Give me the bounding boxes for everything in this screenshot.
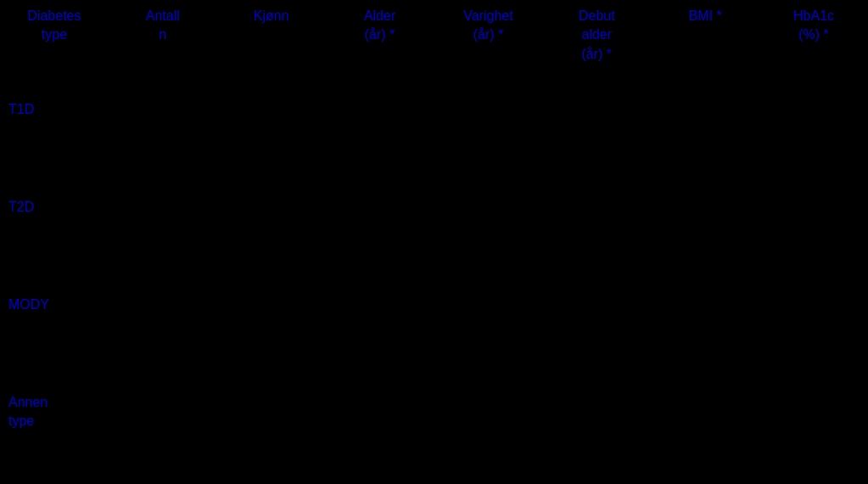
table-row: T2D	[0, 191, 868, 289]
col-header-varighet: Varighet (år) *	[434, 0, 543, 93]
cell-t1d-antall	[109, 93, 217, 191]
cell-annen-hba1c	[759, 386, 868, 484]
col-header-diabetes-type: Diabetes type	[0, 0, 109, 93]
cell-t1d-bmi	[651, 93, 759, 191]
cell-t2d-varighet	[434, 191, 543, 289]
header-row: Diabetes type Antall n Kjønn Alder (år) …	[0, 0, 868, 93]
col-header-antall-n: Antall n	[109, 0, 217, 93]
data-table: Diabetes type Antall n Kjønn Alder (år) …	[0, 0, 868, 484]
col-header-hba1c: HbA1c (%) *	[759, 0, 868, 93]
cell-annen-antall	[109, 386, 217, 484]
cell-t2d-alder	[326, 191, 434, 289]
cell-t1d-hba1c	[759, 93, 868, 191]
cell-t1d-alder	[326, 93, 434, 191]
cell-t1d-varighet	[434, 93, 543, 191]
table-container: Diabetes type Antall n Kjønn Alder (år) …	[0, 0, 868, 484]
table-row: Annen type	[0, 386, 868, 484]
cell-mody-alder	[326, 289, 434, 386]
cell-mody-bmi	[651, 289, 759, 386]
cell-mody-varighet	[434, 289, 543, 386]
cell-annen-bmi	[651, 386, 759, 484]
col-header-debut-alder: Debut alder (år) *	[542, 0, 651, 93]
cell-mody-hba1c	[759, 289, 868, 386]
cell-t1d-debut	[542, 93, 651, 191]
row-label-t1d: T1D	[0, 93, 109, 191]
cell-t2d-kjonn	[217, 191, 326, 289]
cell-mody-antall	[109, 289, 217, 386]
row-label-t2d: T2D	[0, 191, 109, 289]
row-label-mody: MODY	[0, 289, 109, 386]
cell-annen-kjonn	[217, 386, 326, 484]
row-label-annen: Annen type	[0, 386, 109, 484]
cell-annen-alder	[326, 386, 434, 484]
cell-mody-kjonn	[217, 289, 326, 386]
cell-t2d-debut	[542, 191, 651, 289]
cell-mody-debut	[542, 289, 651, 386]
col-header-bmi: BMI *	[651, 0, 759, 93]
cell-t2d-antall	[109, 191, 217, 289]
cell-t2d-bmi	[651, 191, 759, 289]
cell-t2d-hba1c	[759, 191, 868, 289]
cell-t1d-kjonn	[217, 93, 326, 191]
cell-annen-debut	[542, 386, 651, 484]
table-row: MODY	[0, 289, 868, 386]
cell-annen-varighet	[434, 386, 543, 484]
table-row: T1D	[0, 93, 868, 191]
col-header-kjonn: Kjønn	[217, 0, 326, 93]
col-header-alder: Alder (år) *	[326, 0, 434, 93]
